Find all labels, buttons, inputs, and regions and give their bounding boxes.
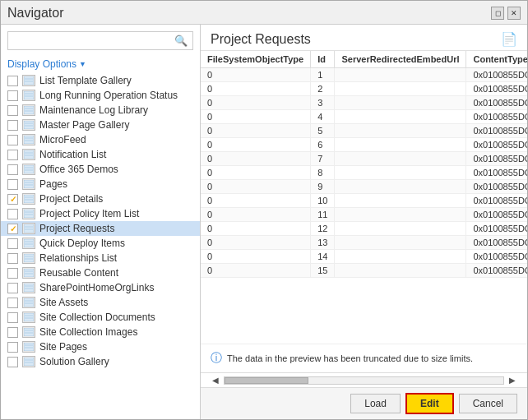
nav-label-master-page-gallery: Master Page Gallery [39, 119, 129, 131]
nav-item-project-details[interactable]: Project Details [1, 192, 200, 206]
checkbox-microfeed[interactable] [7, 135, 18, 145]
table-row: 040x0100855DCCD040995: [201, 110, 527, 124]
close-button[interactable]: ✕ [507, 7, 521, 20]
nav-label-sharepoint-home-org-links: SharePointHomeOrgLinks [39, 282, 154, 293]
list-icon-project-details [22, 193, 35, 205]
table-row: 0130x0100855DCCD040995: [201, 236, 527, 250]
checkbox-reusable-content[interactable] [7, 268, 18, 279]
restore-button[interactable]: ◻ [491, 7, 504, 20]
nav-item-reusable-content[interactable]: Reusable Content [1, 265, 200, 280]
svg-rect-39 [24, 269, 34, 277]
nav-item-site-pages[interactable]: Site Pages [1, 339, 200, 354]
list-icon-maintenance-log-library [22, 104, 35, 116]
nav-item-relationships-list[interactable]: Relationships List [1, 251, 200, 265]
checkbox-site-pages[interactable] [7, 342, 18, 353]
nav-item-quick-deploy-items[interactable]: Quick Deploy Items [1, 236, 200, 251]
checkbox-pages[interactable] [7, 179, 18, 190]
checkbox-project-requests[interactable] [7, 224, 18, 234]
checkbox-site-collection-documents[interactable] [7, 312, 18, 323]
cell-contenttypeid-3: 0x0100855DCCD040995: [466, 110, 527, 124]
checkbox-office-365-demos[interactable] [7, 164, 18, 175]
checkbox-site-collection-images[interactable] [7, 327, 18, 338]
nav-item-office-365-demos[interactable]: Office 365 Demos [1, 162, 200, 177]
checkbox-site-assets[interactable] [7, 298, 18, 308]
nav-item-microfeed[interactable]: MicroFeed [1, 132, 200, 147]
cell-filesystemobjecttype-2: 0 [201, 96, 311, 110]
checkbox-long-running-operation-status[interactable] [7, 90, 18, 101]
cell-serverredirectedembedurl-6 [335, 152, 466, 166]
display-options[interactable]: Display Options ▼ [1, 57, 200, 73]
col-header-filesystemobjecttype: FileSystemObjectType [201, 51, 311, 68]
checkbox-solution-gallery[interactable] [7, 357, 18, 367]
checkbox-quick-deploy-items[interactable] [7, 238, 18, 249]
nav-item-master-page-gallery[interactable]: Master Page Gallery [1, 118, 200, 132]
navigator-window: Navigator ◻ ✕ 🔍 Display Options ▼ [0, 0, 528, 420]
nav-item-long-running-operation-status[interactable]: Long Running Operation Status [1, 88, 200, 103]
nav-label-site-assets: Site Assets [39, 297, 88, 308]
nav-label-solution-gallery: Solution Gallery [39, 356, 109, 367]
load-button[interactable]: Load [350, 394, 401, 413]
table-row: 0110x0100855DCCD040995: [201, 208, 527, 222]
nav-item-notification-list[interactable]: Notification List [1, 147, 200, 162]
nav-item-project-policy-item-list[interactable]: Project Policy Item List [1, 206, 200, 221]
checkbox-project-policy-item-list[interactable] [7, 209, 18, 219]
cell-filesystemobjecttype-0: 0 [201, 68, 311, 82]
nav-label-list-template-gallery: List Template Gallery [39, 75, 132, 86]
cell-serverredirectedembedurl-5 [335, 138, 466, 152]
nav-item-maintenance-log-library[interactable]: Maintenance Log Library [1, 103, 200, 118]
horizontal-scrollbar[interactable]: ◀ ▶ [201, 372, 527, 387]
table-row: 0100x0100855DCCD040995: [201, 194, 527, 208]
cell-filesystemobjecttype-11: 0 [201, 222, 311, 236]
checkbox-relationships-list[interactable] [7, 253, 18, 264]
table-row: 0150x0100855DCCD040995: [201, 264, 527, 278]
table-row: 090x0100855DCCD040995: [201, 180, 527, 194]
nav-item-pages[interactable]: Pages [1, 177, 200, 192]
nav-item-site-assets[interactable]: Site Assets [1, 295, 200, 310]
list-icon-sharepoint-home-org-links [22, 282, 35, 293]
cell-filesystemobjecttype-14: 0 [201, 264, 311, 278]
data-table: FileSystemObjectTypeIdServerRedirectedEm… [201, 51, 527, 278]
checkbox-sharepoint-home-org-links[interactable] [7, 283, 18, 293]
list-icon-office-365-demos [22, 164, 35, 175]
truncated-text: The data in the preview has been truncat… [227, 353, 473, 363]
checkbox-notification-list[interactable] [7, 150, 18, 160]
cancel-button[interactable]: Cancel [459, 394, 517, 413]
svg-rect-27 [24, 210, 34, 218]
checkbox-maintenance-log-library[interactable] [7, 105, 18, 116]
cell-serverredirectedembedurl-10 [335, 208, 466, 222]
edit-button[interactable]: Edit [405, 393, 454, 414]
nav-item-list-template-gallery[interactable]: List Template Gallery [1, 73, 200, 88]
scroll-track[interactable] [224, 376, 504, 385]
svg-rect-18 [24, 165, 34, 173]
main-content: 🔍 Display Options ▼ List Template Galler… [1, 25, 527, 419]
nav-item-project-requests[interactable]: Project Requests [1, 221, 200, 236]
cell-contenttypeid-11: 0x0100855DCCD040995: [466, 222, 527, 236]
checkbox-master-page-gallery[interactable] [7, 120, 18, 131]
checkbox-list-template-gallery[interactable] [7, 76, 18, 86]
cell-contenttypeid-1: 0x0100855DCCD040995: [466, 82, 527, 96]
search-input[interactable] [8, 33, 169, 49]
scroll-left-icon[interactable]: ◀ [211, 376, 220, 385]
cell-serverredirectedembedurl-4 [335, 124, 466, 138]
checkbox-project-details[interactable] [7, 194, 18, 205]
list-icon-site-pages [22, 341, 35, 353]
scroll-right-icon[interactable]: ▶ [507, 376, 517, 385]
nav-list-container[interactable]: List Template Gallery Long Running Opera… [1, 73, 200, 419]
nav-item-site-collection-images[interactable]: Site Collection Images [1, 325, 200, 339]
list-icon-site-collection-documents [22, 312, 35, 323]
table-container[interactable]: FileSystemObjectTypeIdServerRedirectedEm… [201, 51, 527, 344]
table-header-row: FileSystemObjectTypeIdServerRedirectedEm… [201, 51, 527, 68]
cell-id-9: 10 [311, 194, 335, 208]
truncated-notice: ⓘ The data in the preview has been trunc… [201, 344, 527, 372]
nav-label-relationships-list: Relationships List [39, 252, 117, 264]
nav-label-reusable-content: Reusable Content [39, 267, 118, 279]
scroll-thumb[interactable] [225, 377, 308, 384]
list-icon-reusable-content [22, 267, 35, 279]
nav-item-site-collection-documents[interactable]: Site Collection Documents [1, 310, 200, 325]
nav-item-sharepoint-home-org-links[interactable]: SharePointHomeOrgLinks [1, 280, 200, 295]
nav-item-solution-gallery[interactable]: Solution Gallery [1, 354, 200, 369]
cell-contenttypeid-14: 0x0100855DCCD040995: [466, 264, 527, 278]
svg-rect-54 [24, 343, 34, 351]
nav-label-pages: Pages [39, 178, 67, 190]
cell-contenttypeid-10: 0x0100855DCCD040995: [466, 208, 527, 222]
